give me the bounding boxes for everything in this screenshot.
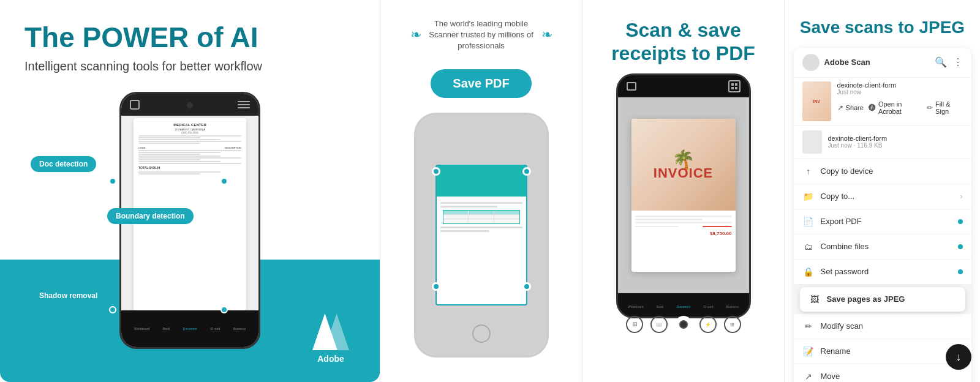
- p2-corner-dot-br: [522, 282, 531, 291]
- arrow-icon: ›: [960, 192, 963, 201]
- corner-dot-bl: [109, 306, 116, 313]
- home-icon-3: [627, 82, 636, 91]
- invoice-amount: $8,750.00: [635, 231, 732, 236]
- menu-item-copy-device[interactable]: ↑ Copy to device: [794, 159, 971, 184]
- main-subtitle: Intelligent scanning tools for better wo…: [24, 59, 355, 73]
- laurel-right-icon: ❧: [541, 27, 552, 43]
- tab-book[interactable]: Book: [163, 327, 170, 331]
- export-pdf-icon: 📄: [802, 215, 815, 228]
- scan-file-name: dexinote-client-form: [837, 81, 963, 89]
- icon-book[interactable]: 📖: [650, 316, 668, 333]
- copy-to-icon: 📁: [802, 190, 815, 203]
- secondary-file-size: Just now · 116.9 KB: [828, 142, 963, 149]
- menu-item-copy-to[interactable]: 📁 Copy to... ›: [794, 184, 971, 209]
- menu-item-combine[interactable]: 🗂 Combine files: [794, 234, 971, 260]
- home-icon: [130, 100, 140, 110]
- download-icon: ↓: [956, 351, 962, 364]
- tagline-text: The world's leading mobile Scanner trust…: [426, 18, 537, 52]
- panel3-title: Scan & save receipts to PDF: [582, 0, 784, 78]
- corner-dot-br: [221, 306, 228, 313]
- save-jpeg-highlighted[interactable]: 🖼 Save pages as JPEG: [800, 287, 965, 312]
- tab-id-card[interactable]: ID card: [210, 327, 220, 331]
- corner-dot-tr: [221, 178, 228, 185]
- scan-file-time: Just now: [837, 89, 963, 96]
- download-fab[interactable]: ↓: [946, 344, 971, 370]
- combine-icon: 🗂: [802, 241, 815, 253]
- phone-mockup-3: 🌴 INVOICE $8,750.00 Whiteboard: [616, 73, 751, 318]
- fill-sign-button[interactable]: ✏ Fill & Sign: [927, 100, 962, 115]
- move-icon: ↗: [802, 370, 815, 382]
- p2-corner-dot-tl: [432, 167, 440, 176]
- secondary-file-name: dexinote-client-form: [828, 135, 963, 142]
- phone-home-button[interactable]: [472, 324, 491, 343]
- award-badge: ❧ The world's leading mobile Scanner tru…: [410, 18, 552, 52]
- save-pdf-button[interactable]: Save PDF: [431, 69, 531, 98]
- p3-tab-document[interactable]: Document: [676, 305, 690, 309]
- tab-document[interactable]: Document: [183, 327, 197, 331]
- tab-business[interactable]: Business: [233, 327, 246, 331]
- panel4-title: Save scans to JPEG: [785, 0, 980, 48]
- p3-tab-business[interactable]: Business: [726, 305, 739, 309]
- phone-mockup-2: [414, 113, 549, 358]
- search-icon[interactable]: 🔍: [935, 56, 947, 68]
- grid-icon-3: [728, 80, 741, 92]
- laurel-left-icon: ❧: [410, 27, 421, 43]
- p3-tab-whiteboard[interactable]: Whiteboard: [628, 305, 644, 309]
- invoice-card: 🌴 INVOICE $8,750.00: [631, 119, 736, 272]
- shadow-removal-label: Shadow removal: [31, 288, 106, 304]
- scan-app-name: Adobe Scan: [824, 58, 870, 67]
- doc-detection-label: Doc detection: [31, 156, 96, 172]
- panel-scan-receipts: Scan & save receipts to PDF 🌴 INVOICE: [582, 0, 784, 382]
- scan-topbar: Adobe Scan 🔍 ⋮: [794, 48, 971, 78]
- tab-whiteboard[interactable]: Whiteboard: [134, 327, 150, 331]
- scan-file-row: INV dexinote-client-form Just now ↗ Shar…: [794, 78, 971, 125]
- adobe-scan-ui: Adobe Scan 🔍 ⋮ INV dexinote-client-form …: [794, 48, 971, 382]
- invoice-text: INVOICE: [654, 165, 713, 181]
- premium-dot-combine: [958, 244, 963, 249]
- scan-mode-icons: 🖼 📖 ⚡ ⊞: [626, 316, 741, 333]
- menu-item-password[interactable]: 🔒 Set password: [794, 260, 971, 285]
- menu-item-modify[interactable]: ✏ Modify scan: [794, 314, 971, 339]
- rename-icon: 📝: [802, 345, 815, 358]
- menu-item-export-pdf[interactable]: 📄 Export PDF: [794, 209, 971, 234]
- open-in-acrobat-button[interactable]: 🅐 Open in Acrobat: [869, 100, 922, 115]
- password-icon: 🔒: [802, 266, 815, 278]
- premium-dot: [958, 219, 963, 224]
- menu-item-move[interactable]: ↗ Move: [794, 364, 971, 382]
- p3-tab-book[interactable]: Book: [657, 305, 663, 309]
- document-preview: [435, 165, 527, 305]
- p2-corner-dot-bl: [432, 282, 440, 291]
- icon-camera-active[interactable]: [675, 316, 692, 333]
- icon-lightning[interactable]: ⚡: [699, 316, 717, 333]
- boundary-detection-label: Boundary detection: [107, 208, 194, 224]
- scan-avatar: [802, 54, 820, 71]
- secondary-file-row: dexinote-client-form Just now · 116.9 KB: [794, 125, 971, 159]
- adobe-logo: Adobe: [312, 313, 349, 364]
- icon-grid[interactable]: ⊞: [724, 316, 741, 333]
- panel-ai-features: The POWER of AI Intelligent scanning too…: [0, 0, 380, 382]
- camera-dot: [187, 102, 193, 108]
- menu-item-rename[interactable]: 📝 Rename: [794, 339, 971, 364]
- icon-landscape[interactable]: 🖼: [626, 316, 643, 333]
- menu-icon: [238, 100, 250, 110]
- corner-dot-tl: [109, 178, 116, 185]
- p3-tab-id[interactable]: ID card: [703, 305, 713, 309]
- panel-save-pdf: ❧ The world's leading mobile Scanner tru…: [380, 0, 582, 382]
- scan-thumbnail: INV: [802, 81, 831, 121]
- modify-icon: ✏: [802, 320, 815, 332]
- copy-device-icon: ↑: [802, 165, 815, 178]
- more-options-icon[interactable]: ⋮: [953, 56, 963, 68]
- panel-save-jpeg: Save scans to JPEG Adobe Scan 🔍 ⋮ INV de…: [784, 0, 980, 382]
- jpeg-icon: 🖼: [809, 293, 821, 305]
- adobe-label: Adobe: [312, 354, 349, 364]
- premium-dot-password: [958, 269, 963, 274]
- share-button[interactable]: ↗ Share: [837, 103, 864, 112]
- main-title: The POWER of AI: [24, 22, 355, 53]
- p2-corner-dot-tr: [522, 167, 531, 176]
- file-icon: [802, 130, 822, 154]
